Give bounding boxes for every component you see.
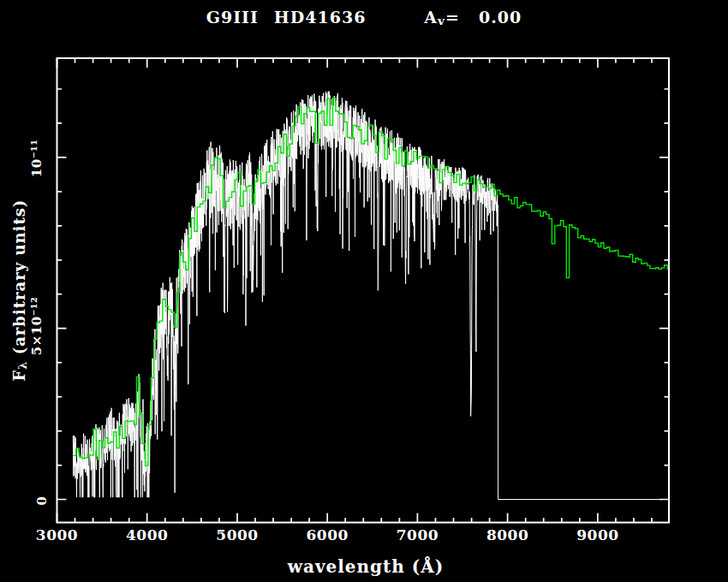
x-tick-label-5000: 5000 <box>203 526 272 543</box>
observed-spectrum-line <box>73 92 669 500</box>
lambda-subscript: λ <box>16 361 29 370</box>
x-tick-label-8000: 8000 <box>474 526 542 543</box>
spectrum-figure: G9IIIHD41636Av=0.00 Fλ (arbitrary units)… <box>0 0 728 582</box>
x-tick-label-3000: 3000 <box>23 526 92 543</box>
y-tick-label-1e-11: 10⁻¹¹ <box>29 107 45 210</box>
x-axis-tick-labels: 3000400050006000700080009000 <box>0 526 728 545</box>
x-tick-label-6000: 6000 <box>293 526 361 543</box>
x-axis-label: wavelength (Å) <box>272 556 460 577</box>
x-tick-label-7000: 7000 <box>383 526 451 543</box>
spectrum-plot-canvas <box>0 0 728 582</box>
y-tick-label-5e-12: 5×10⁻¹² <box>29 275 45 377</box>
x-tick-label-9000: 9000 <box>564 526 632 543</box>
y-axis-label: Fλ (arbitrary units) <box>10 187 29 393</box>
x-tick-label-4000: 4000 <box>113 526 182 543</box>
